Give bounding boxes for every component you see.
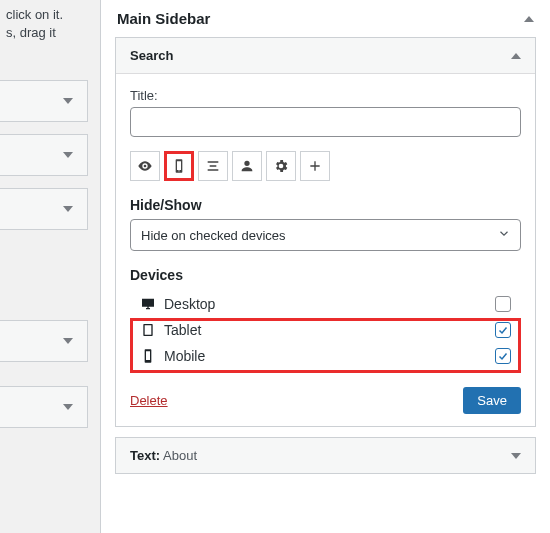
- mobile-icon: [140, 348, 156, 364]
- hideshow-select[interactable]: Hide on checked devices: [130, 219, 521, 251]
- caret-down-icon: [511, 453, 521, 459]
- device-checkbox-mobile[interactable]: [495, 348, 511, 364]
- device-checkbox-desktop[interactable]: [495, 296, 511, 312]
- caret-down-icon: [63, 98, 73, 104]
- user-tab[interactable]: [232, 151, 262, 181]
- widget-text-about: Text: About: [115, 437, 536, 474]
- hideshow-label: Hide/Show: [130, 197, 521, 213]
- widget-instance-name: About: [163, 448, 197, 463]
- save-button[interactable]: Save: [463, 387, 521, 414]
- hint-line-1: click on it.: [6, 6, 94, 24]
- visibility-tab[interactable]: [130, 151, 160, 181]
- title-field-label: Title:: [130, 88, 521, 103]
- widget-stub[interactable]: [0, 386, 88, 428]
- widget-header[interactable]: Search: [116, 38, 535, 73]
- device-row-mobile[interactable]: Mobile: [134, 343, 517, 369]
- caret-down-icon: [63, 404, 73, 410]
- delete-link[interactable]: Delete: [130, 393, 168, 408]
- available-widgets-column: click on it. s, drag it: [0, 0, 100, 533]
- caret-up-icon: [524, 16, 534, 22]
- devices-label: Devices: [130, 267, 521, 283]
- widget-title: Search: [130, 48, 173, 63]
- widget-stub[interactable]: [0, 188, 88, 230]
- device-checkbox-tablet[interactable]: [495, 322, 511, 338]
- eye-icon: [137, 158, 153, 174]
- alignment-tab[interactable]: [198, 151, 228, 181]
- tablet-icon: [140, 322, 156, 338]
- widget-type: Text:: [130, 448, 160, 463]
- hint-line-2: s, drag it: [6, 24, 94, 42]
- devices-list: Desktop Tablet Mobil: [130, 289, 521, 371]
- panel-title: Main Sidebar: [117, 10, 210, 27]
- settings-tab[interactable]: [266, 151, 296, 181]
- panel-header[interactable]: Main Sidebar: [101, 0, 550, 37]
- widget-header[interactable]: Text: About: [116, 438, 535, 473]
- caret-down-icon: [63, 206, 73, 212]
- device-row-desktop[interactable]: Desktop: [134, 291, 517, 317]
- widget-stub[interactable]: [0, 320, 88, 362]
- desktop-icon: [140, 296, 156, 312]
- devices-tab[interactable]: [164, 151, 194, 181]
- widget-stub[interactable]: [0, 134, 88, 176]
- add-tab[interactable]: [300, 151, 330, 181]
- hint-text: click on it. s, drag it: [0, 6, 100, 42]
- caret-down-icon: [63, 338, 73, 344]
- gear-icon: [273, 158, 289, 174]
- caret-down-icon: [63, 152, 73, 158]
- device-row-tablet[interactable]: Tablet: [134, 317, 517, 343]
- widget-options-toolbar: [130, 151, 521, 181]
- caret-up-icon: [511, 53, 521, 59]
- device-name: Desktop: [164, 296, 215, 312]
- sidebar-panel: Main Sidebar Search Title:: [100, 0, 550, 533]
- align-icon: [205, 158, 221, 174]
- widget-footer: Delete Save: [130, 387, 521, 414]
- user-icon: [239, 158, 255, 174]
- device-name: Mobile: [164, 348, 205, 364]
- widget-stub[interactable]: [0, 80, 88, 122]
- mobile-icon: [171, 158, 187, 174]
- widget-search: Search Title:: [115, 37, 536, 427]
- title-input[interactable]: [130, 107, 521, 137]
- device-name: Tablet: [164, 322, 201, 338]
- plus-icon: [307, 158, 323, 174]
- widget-body: Title:: [116, 73, 535, 426]
